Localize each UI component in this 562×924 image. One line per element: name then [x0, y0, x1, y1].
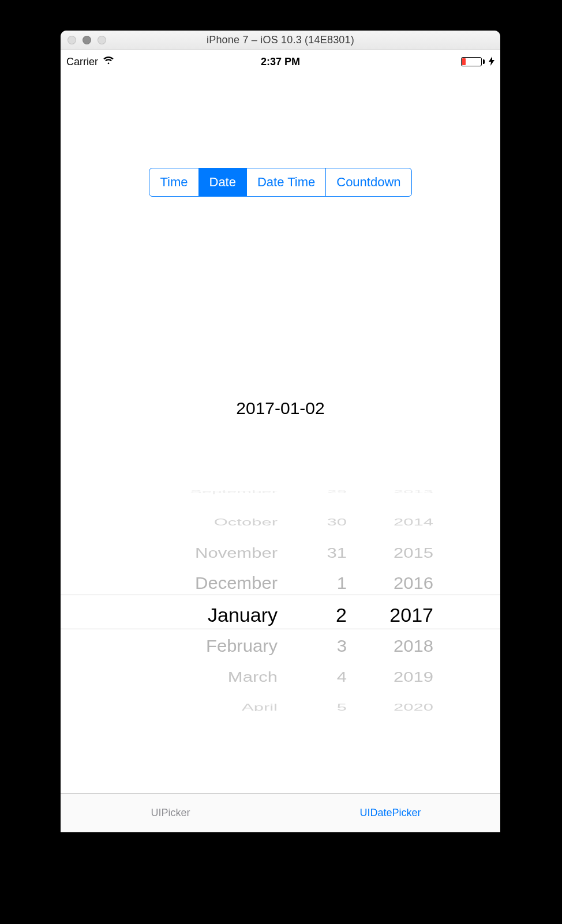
simulator-window: iPhone 7 – iOS 10.3 (14E8301) Carrier 2:…	[61, 31, 500, 832]
close-traffic-light[interactable]	[68, 36, 76, 44]
segmented-control-container: Time Date Date Time Countdown	[61, 168, 500, 197]
zoom-traffic-light[interactable]	[98, 36, 106, 44]
selected-date-label: 2017-01-02	[61, 399, 500, 418]
picker-option: 2015	[394, 546, 433, 560]
picker-option: March	[228, 670, 278, 684]
window-title: iPhone 7 – iOS 10.3 (14E8301)	[61, 34, 500, 46]
status-left: Carrier	[66, 55, 153, 69]
picker-option: 29	[327, 490, 347, 494]
carrier-label: Carrier	[66, 56, 98, 68]
picker-option: 4	[337, 670, 347, 684]
segment-date[interactable]: Date	[198, 168, 246, 196]
picker-option-selected: January	[208, 605, 278, 625]
picker-option: 1	[337, 575, 347, 592]
picker-option: October	[214, 517, 278, 527]
picker-option: April	[242, 703, 278, 711]
traffic-lights	[68, 31, 106, 50]
picker-option-selected: 2	[336, 605, 347, 625]
date-picker[interactable]: September October November December Janu…	[61, 487, 500, 707]
picker-option: November	[195, 546, 278, 560]
charging-icon	[489, 57, 494, 67]
picker-option: 30	[327, 517, 347, 527]
status-right	[408, 57, 494, 67]
ios-status-bar: Carrier 2:37 PM	[61, 50, 500, 66]
picker-year-column[interactable]: 2013 2014 2015 2016 2017 2018 2019 2020 …	[353, 483, 433, 711]
segment-time[interactable]: Time	[149, 168, 198, 196]
picker-option: February	[206, 638, 278, 655]
segment-datetime[interactable]: Date Time	[246, 168, 325, 196]
status-time: 2:37 PM	[153, 56, 408, 68]
picker-option: 2020	[394, 703, 433, 711]
picker-option: 2018	[394, 638, 433, 655]
tab-bar: UIPicker UIDatePicker	[61, 793, 500, 832]
picker-option: 2019	[394, 670, 433, 684]
minimize-traffic-light[interactable]	[83, 36, 91, 44]
picker-option: 5	[337, 703, 347, 711]
picker-option: 31	[327, 546, 347, 560]
picker-option: 2014	[394, 517, 433, 527]
picker-month-column[interactable]: September October November December Janu…	[128, 483, 283, 711]
wifi-icon	[103, 55, 114, 69]
picker-option: 2016	[394, 575, 433, 592]
picker-day-column[interactable]: 29 30 31 1 2 3 4 5 6	[283, 483, 353, 711]
picker-option: September	[190, 490, 278, 494]
tab-uidatepicker[interactable]: UIDatePicker	[280, 794, 500, 832]
battery-icon	[461, 57, 485, 66]
picker-option: 2013	[394, 490, 433, 494]
segment-countdown[interactable]: Countdown	[325, 168, 411, 196]
mac-titlebar: iPhone 7 – iOS 10.3 (14E8301)	[61, 31, 500, 50]
tab-uipicker[interactable]: UIPicker	[61, 794, 280, 832]
picker-option: 3	[337, 638, 347, 655]
picker-option: December	[195, 575, 278, 592]
picker-option-selected: 2017	[389, 605, 433, 625]
mode-segmented-control: Time Date Date Time Countdown	[149, 168, 411, 197]
